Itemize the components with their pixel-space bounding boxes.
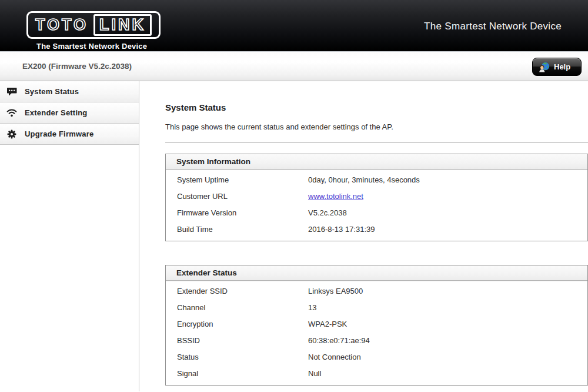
row-label: Encryption — [166, 320, 308, 328]
row-value: 0day, 0hour, 3minutes, 4seconds — [308, 175, 420, 184]
panel-body: System Uptime 0day, 0hour, 3minutes, 4se… — [166, 170, 587, 241]
row-label: Customer URL — [166, 192, 308, 201]
row-label: Channel — [166, 303, 308, 312]
panel-body: Extender SSID Linksys EA9500 Channel 13 … — [166, 281, 587, 385]
row-value: 60:38:e0:71:ae:94 — [308, 336, 370, 345]
logo-link-text: LINK — [99, 16, 146, 34]
panel-title: Extender Status — [166, 265, 587, 281]
row-value: 13 — [308, 303, 316, 312]
table-row: Customer URL www.totolink.net — [166, 188, 587, 204]
sidebar-item-upgrade-firmware[interactable]: Upgrade Firmware — [0, 124, 139, 145]
table-row: System Uptime 0day, 0hour, 3minutes, 4se… — [166, 171, 587, 188]
table-row: Encryption WPA2-PSK — [166, 315, 587, 332]
row-label: Status — [166, 353, 308, 361]
logo-tagline: The Smartest Network Device — [36, 42, 161, 51]
system-information-panel: System Information System Uptime 0day, 0… — [165, 154, 588, 241]
extender-status-panel: Extender Status Extender SSID Linksys EA… — [165, 265, 588, 386]
logo-link-box: LINK — [93, 14, 152, 36]
content-area: System Status This page shows the curren… — [139, 81, 588, 391]
page-title: System Status — [165, 102, 588, 113]
row-value: V5.2c.2038 — [308, 208, 347, 217]
help-button[interactable]: Help — [532, 58, 582, 76]
chat-bubble-icon — [6, 87, 17, 97]
sidebar-item-label: System Status — [25, 87, 79, 96]
totolink-logo: TOTO LINK — [26, 11, 161, 39]
sidebar-item-system-status[interactable]: System Status — [0, 81, 139, 102]
row-value: Null — [308, 369, 321, 378]
customer-url-link[interactable]: www.totolink.net — [308, 192, 363, 201]
logo-toto-text: TOTO — [35, 16, 88, 34]
brand-logo: TOTO LINK The Smartest Network Device — [26, 11, 161, 51]
row-label: System Uptime — [166, 175, 308, 184]
row-label: Firmware Version — [166, 208, 308, 217]
row-label: Extender SSID — [166, 287, 308, 295]
help-button-label: Help — [554, 62, 570, 71]
row-label: Signal — [166, 369, 308, 378]
divider-rule — [165, 142, 588, 142]
row-value: WPA2-PSK — [308, 320, 347, 328]
page-description: This page shows the current status and e… — [165, 122, 588, 132]
row-label: BSSID — [166, 336, 308, 345]
top-header: TOTO LINK The Smartest Network Device Th… — [0, 0, 588, 52]
sidebar-item-label: Upgrade Firmware — [25, 129, 93, 138]
sidebar-item-extender-setting[interactable]: Extender Setting — [0, 102, 139, 124]
sub-header: EX200 (Firmware V5.2c.2038) Help — [0, 52, 588, 81]
row-value: 2016-8-13 17:31:39 — [308, 225, 375, 234]
device-firmware-title: EX200 (Firmware V5.2c.2038) — [22, 52, 132, 81]
row-value: Not Connection — [308, 353, 361, 361]
table-row: Build Time 2016-8-13 17:31:39 — [166, 221, 587, 237]
table-row: Firmware Version V5.2c.2038 — [166, 204, 587, 221]
table-row: Signal Null — [166, 365, 587, 381]
table-row: Status Not Connection — [166, 348, 587, 365]
main-area: System Status Extender Setting — [0, 81, 588, 391]
row-label: Build Time — [166, 225, 308, 234]
sidebar-item-label: Extender Setting — [25, 108, 88, 117]
row-value: Linksys EA9500 — [308, 287, 363, 295]
wifi-icon — [6, 108, 17, 118]
help-globe-person-icon — [538, 61, 550, 73]
table-row: Extender SSID Linksys EA9500 — [166, 283, 587, 299]
table-row: Channel 13 — [166, 299, 587, 315]
header-tagline: The Smartest Network Device — [424, 21, 562, 32]
table-row: BSSID 60:38:e0:71:ae:94 — [166, 332, 587, 348]
gear-icon — [6, 129, 17, 139]
router-admin-page: TOTO LINK The Smartest Network Device Th… — [0, 0, 588, 392]
panel-title: System Information — [166, 154, 587, 170]
sidebar-nav: System Status Extender Setting — [0, 81, 139, 391]
